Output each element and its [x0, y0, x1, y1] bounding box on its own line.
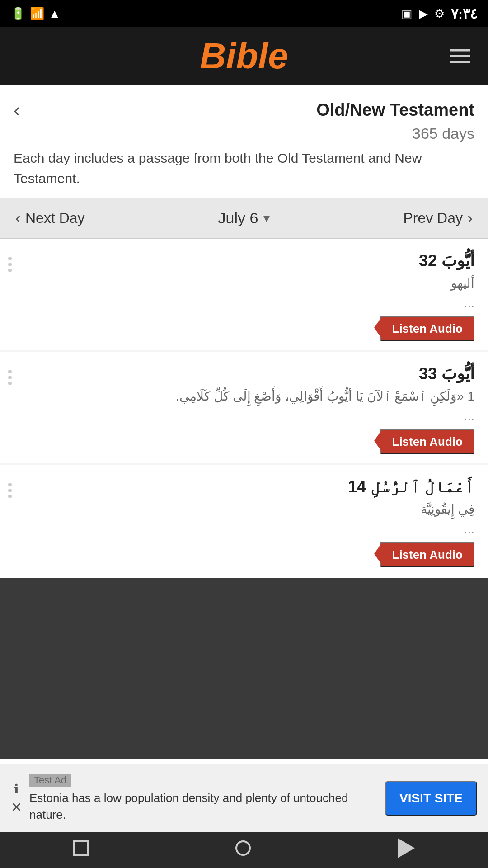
main-content: ‹ Old/New Testament 365 days Each day in… — [0, 85, 488, 868]
reading-preview: فِي إِيقُونِيَّة — [27, 500, 474, 519]
next-day-label: Next Day — [25, 210, 85, 226]
ad-close-button[interactable]: ✕ — [11, 799, 22, 815]
ad-info-icon: ℹ — [14, 782, 19, 797]
plan-days: 365 days — [14, 125, 474, 142]
dark-background-area — [0, 578, 488, 759]
stop-button[interactable] — [60, 836, 102, 864]
status-right-icons: ▣ ▶ ⚙ ٧:٣٤ — [401, 6, 477, 22]
reading-ellipsis: ... — [27, 296, 474, 310]
plan-title-row: ‹ Old/New Testament — [14, 99, 474, 121]
current-date: July 6 — [218, 209, 258, 227]
menu-button[interactable] — [446, 45, 474, 68]
sim-icon: ▣ — [401, 7, 413, 21]
ad-visit-button[interactable]: VISIT SITE — [385, 781, 477, 816]
day-navigation-bar: ‹ Next Day July 6 ▾ Prev Day › — [0, 198, 488, 239]
drag-handle — [8, 370, 12, 385]
reading-item[interactable]: أَعْمَالُ ٱلرُّسُلِ 14 فِي إِيقُونِيَّة … — [0, 465, 488, 576]
next-day-button[interactable]: ‹ Next Day — [9, 204, 91, 232]
stop-icon — [73, 840, 89, 856]
reading-item[interactable]: أيُّوبَ 32 أليهو ... Listen Audio — [0, 239, 488, 350]
reading-preview: 1 «وَلَكِنِ ٱسْمَعْ ٱلآنَ يَا أيُّوبُ أَ… — [27, 387, 474, 406]
data-icon: 📶 — [30, 7, 44, 21]
battery-icon: 🔋 — [11, 7, 25, 21]
app-header: Bible — [0, 27, 488, 85]
home-icon — [235, 840, 251, 856]
reading-chapter: أيُّوبَ 33 — [27, 364, 474, 383]
prev-day-button[interactable]: Prev Day › — [397, 204, 479, 232]
reading-preview: أليهو — [27, 274, 474, 293]
status-left-icons: 🔋 📶 ▲ — [11, 7, 61, 21]
listen-audio-button[interactable]: Listen Audio — [380, 542, 474, 567]
listen-audio-button[interactable]: Listen Audio — [380, 316, 474, 341]
drag-handle — [8, 257, 12, 272]
status-bar: 🔋 📶 ▲ ▣ ▶ ⚙ ٧:٣٤ — [0, 0, 488, 27]
prev-day-label: Prev Day — [403, 210, 463, 226]
left-arrow-icon: ‹ — [15, 209, 21, 228]
status-time: ٧:٣٤ — [451, 6, 477, 22]
home-button[interactable] — [222, 836, 264, 864]
play-store-icon: ▶ — [419, 7, 428, 21]
listen-audio-button[interactable]: Listen Audio — [380, 429, 474, 454]
plan-title: Old/New Testament — [316, 100, 474, 120]
play-button[interactable] — [384, 834, 428, 867]
back-button[interactable]: ‹ — [14, 99, 20, 121]
reading-chapter: أيُّوبَ 32 — [27, 251, 474, 270]
ad-banner: ℹ ✕ Test Ad Estonia has a low population… — [0, 764, 488, 832]
date-selector[interactable]: July 6 ▾ — [218, 209, 270, 227]
wifi-icon: ▲ — [49, 7, 61, 21]
dropdown-arrow-icon: ▾ — [263, 211, 270, 226]
app-title: Bible — [200, 35, 288, 77]
ad-text: Estonia has a low population density and… — [29, 790, 378, 823]
bottom-navigation — [0, 832, 488, 868]
reading-item[interactable]: أيُّوبَ 33 1 «وَلَكِنِ ٱسْمَعْ ٱلآنَ يَا… — [0, 352, 488, 463]
settings-icon: ⚙ — [434, 7, 445, 21]
plan-description: Each day includes a passage from both th… — [14, 148, 474, 189]
ad-label: Test Ad — [29, 774, 71, 787]
ad-text-column: Test Ad Estonia has a low population den… — [29, 774, 378, 823]
reading-list: أيُّوبَ 32 أليهو ... Listen Audio أيُّوب… — [0, 239, 488, 576]
right-arrow-icon: › — [467, 209, 473, 228]
play-icon — [398, 838, 415, 858]
drag-handle — [8, 483, 12, 498]
reading-chapter: أَعْمَالُ ٱلرُّسُلِ 14 — [27, 477, 474, 496]
reading-ellipsis: ... — [27, 522, 474, 536]
plan-header: ‹ Old/New Testament 365 days Each day in… — [0, 85, 488, 198]
reading-ellipsis: ... — [27, 409, 474, 423]
